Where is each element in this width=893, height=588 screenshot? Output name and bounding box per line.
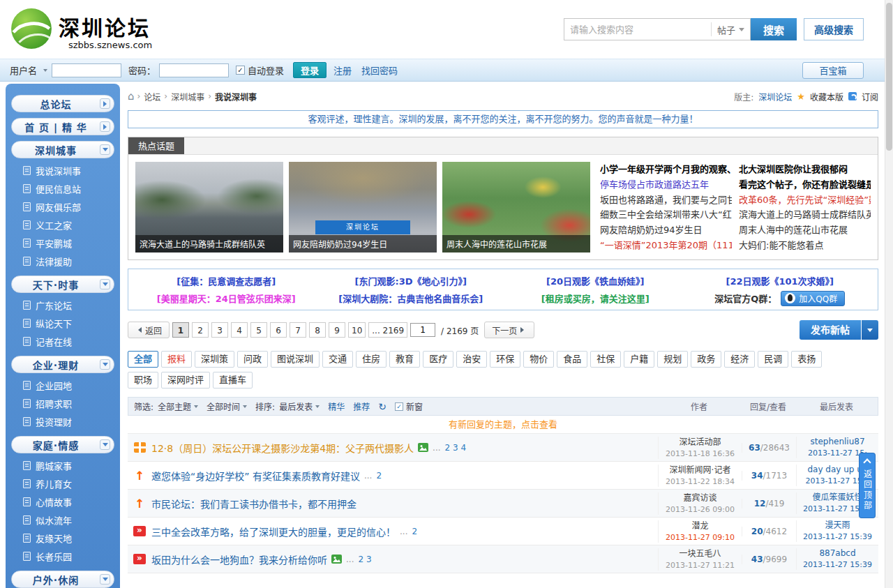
search-button[interactable]: 搜索 xyxy=(751,18,797,40)
sidebar-item[interactable]: 似水流年 xyxy=(10,511,115,529)
site-logo[interactable] xyxy=(10,7,53,50)
category-tab[interactable]: 规划 xyxy=(657,351,688,368)
sidebar-section-all-forums[interactable]: 总论坛 xyxy=(11,95,114,112)
filter-time-dropdown[interactable]: 全部时间 xyxy=(207,400,247,412)
hot-card-flower-show[interactable]: 周末人海中的莲花山市花展 xyxy=(442,162,590,252)
vertical-scrollbar[interactable] xyxy=(885,0,893,588)
thread-author-link[interactable]: 嘉宾访谈 xyxy=(683,493,716,503)
filter-scope-dropdown[interactable]: 全部主题 xyxy=(158,400,198,412)
sidebar-item[interactable]: 广东论坛 xyxy=(10,296,115,314)
new-reply-notice[interactable]: 有新回复的主题，点击查看 xyxy=(128,416,878,434)
thread-author-link[interactable]: 潜龙 xyxy=(691,521,708,531)
category-tab[interactable]: 图说深圳 xyxy=(271,351,320,368)
username-field[interactable] xyxy=(52,63,121,77)
sidebar-item[interactable]: 企业园地 xyxy=(10,376,115,394)
sidebar-item[interactable]: 网友俱乐部 xyxy=(10,197,115,216)
page-number-button[interactable]: 5 xyxy=(250,322,267,338)
category-tab[interactable]: 食品 xyxy=(557,351,587,368)
category-tab[interactable]: 环保 xyxy=(490,351,520,368)
thread-page-links[interactable]: 2 3 4 xyxy=(445,443,467,453)
category-tab[interactable]: 物价 xyxy=(523,351,554,368)
lastpost-time-link[interactable]: 2013-11-27 15:39 xyxy=(803,560,872,569)
page-number-button[interactable]: 7 xyxy=(290,322,306,338)
category-tab[interactable]: 职场 xyxy=(128,372,158,389)
sidebar-item[interactable]: 便民信息站 xyxy=(10,179,115,197)
announcement-link[interactable]: [征集：民意调查志愿者] xyxy=(134,274,319,287)
page-number-button[interactable]: 6 xyxy=(270,322,287,338)
announcement-link[interactable]: [美丽星期天：24日管弦乐团来深] xyxy=(134,292,319,305)
back-to-top-button[interactable]: 返回顶部 xyxy=(860,453,875,518)
category-tab[interactable]: 户籍 xyxy=(624,351,654,368)
search-type-dropdown[interactable]: 帖子 xyxy=(711,22,750,36)
thread-page-links[interactable]: 2 xyxy=(412,527,417,536)
password-field[interactable] xyxy=(159,63,229,77)
home-icon[interactable] xyxy=(128,90,135,103)
lastpost-time-link[interactable]: 2013-11-27 15: xyxy=(808,448,867,458)
sidebar-section-city-affairs[interactable]: 深圳城事 xyxy=(11,141,114,158)
breadcrumb-section[interactable]: 深圳城事 xyxy=(171,91,204,103)
sidebar-item[interactable]: 养儿育女 xyxy=(10,474,115,492)
sidebar-item[interactable]: 长者乐园 xyxy=(10,547,115,565)
page-more-button[interactable]: ... 2169 xyxy=(368,322,407,338)
lastpost-author-link[interactable]: 漫天雨 xyxy=(797,520,878,531)
page-number-button[interactable]: 4 xyxy=(231,322,248,338)
toolbox-button[interactable]: 百宝箱 xyxy=(802,62,864,79)
thread-page-links[interactable]: 2 xyxy=(376,471,382,481)
username-type-dropdown[interactable]: 用户名 xyxy=(10,63,47,77)
category-tab[interactable]: 报料 xyxy=(161,351,192,368)
announcement-link[interactable]: [22日观影《101次求婚》] xyxy=(688,274,873,287)
sidebar-item[interactable]: 纵论天下 xyxy=(10,314,115,332)
sidebar-section-business-finance[interactable]: 企业·理财 xyxy=(11,356,114,373)
category-tab[interactable]: 民调 xyxy=(758,351,788,368)
thread-title-link[interactable]: 三中全会改革方略，给了深圳更大的胆量，更足的信心！ xyxy=(151,525,396,538)
advanced-search-button[interactable]: 高级搜索 xyxy=(804,18,864,40)
breadcrumb-forum[interactable]: 论坛 xyxy=(144,91,160,103)
page-number-button[interactable]: 3 xyxy=(211,322,228,338)
lastpost-author-link[interactable]: 887abcd xyxy=(797,548,878,559)
forgot-password-link[interactable]: 找回密码 xyxy=(361,63,398,77)
favorite-board-link[interactable]: 收藏本版 xyxy=(810,91,843,103)
new-window-checkbox[interactable]: 新窗 xyxy=(395,400,423,412)
hot-card-street[interactable]: 滨海大道上的马路骑士成群结队英 xyxy=(135,162,283,252)
category-tab[interactable]: 住房 xyxy=(356,351,387,368)
sort-dropdown[interactable]: 最后发表 xyxy=(279,400,320,412)
announcement-link[interactable]: [20日观影《铁血娇娃》] xyxy=(503,274,688,287)
sidebar-item[interactable]: 平安鹏城 xyxy=(10,234,115,252)
page-number-button[interactable]: 2 xyxy=(192,322,209,338)
thread-title-link[interactable]: 市民论坛：我们青工读书办借书卡，都不用押金 xyxy=(151,497,357,511)
category-tab[interactable]: 教育 xyxy=(389,351,420,368)
scrollbar-thumb[interactable] xyxy=(886,3,892,151)
sidebar-item[interactable]: 招聘求职 xyxy=(10,394,115,412)
hot-topic-link[interactable]: 小学一年级开学两个月我的观察、 xyxy=(600,162,732,176)
thread-title-link[interactable]: 邀您体验“身边好学校” 有奖征集素质教育好建议 xyxy=(151,469,360,483)
category-tab[interactable]: 问政 xyxy=(237,351,268,368)
category-tab[interactable]: 直播车 xyxy=(213,372,253,389)
category-tab[interactable]: 表扬 xyxy=(791,351,822,368)
sidebar-section-world-news[interactable]: 天下·时事 xyxy=(11,276,114,293)
sidebar-item[interactable]: 我说深圳事 xyxy=(10,161,115,179)
thread-author-link[interactable]: 一块五毛八 xyxy=(679,549,721,559)
thread-author-link[interactable]: 深圳新闻网·记者 xyxy=(670,465,731,475)
back-button[interactable]: 返回 xyxy=(128,322,170,338)
hot-topic-link[interactable]: 改革60条，先行先试“深圳经验”鼓 xyxy=(739,193,871,207)
new-post-dropdown[interactable] xyxy=(862,320,878,340)
announcement-link[interactable]: [东门观影:3D《地心引力》] xyxy=(319,274,504,287)
hot-card-birthday[interactable]: 深圳论坛 网友陪胡奶奶过94岁生日 xyxy=(289,162,437,252)
refresh-icon[interactable] xyxy=(378,401,387,412)
announcement-link[interactable]: [租房或买房，请关注这里] xyxy=(503,292,688,305)
moderator-link[interactable]: 深圳论坛 xyxy=(758,91,792,103)
sidebar-item[interactable]: 鹏城家事 xyxy=(10,456,115,474)
next-page-button[interactable]: 下一页 xyxy=(484,322,534,338)
sidebar-section-family-emotion[interactable]: 家庭·情感 xyxy=(11,436,114,453)
thread-author-link[interactable]: 深坛活动部 xyxy=(679,437,721,447)
thread-page-links[interactable]: 2 3 xyxy=(358,555,371,564)
hot-topic-link[interactable]: 看完这个帖子，你还有脸说裂缝是 xyxy=(739,177,871,192)
sidebar-item[interactable]: 记者在线 xyxy=(10,332,115,350)
hot-topic-link[interactable]: 周末人海中的莲花山市花展 xyxy=(739,223,871,237)
category-tab[interactable]: 深网时评 xyxy=(161,372,210,389)
category-tab[interactable]: 政务 xyxy=(691,351,721,368)
page-number-button[interactable]: 10 xyxy=(348,322,366,338)
hot-topic-link[interactable]: 北大深圳医院你让我很郁闷 xyxy=(739,162,871,176)
hot-topic-link[interactable]: 细数三中全会给深圳带来八大“红 xyxy=(600,207,732,222)
hot-topic-link[interactable]: “一语深情”2013年第20期（1111- xyxy=(600,238,732,252)
